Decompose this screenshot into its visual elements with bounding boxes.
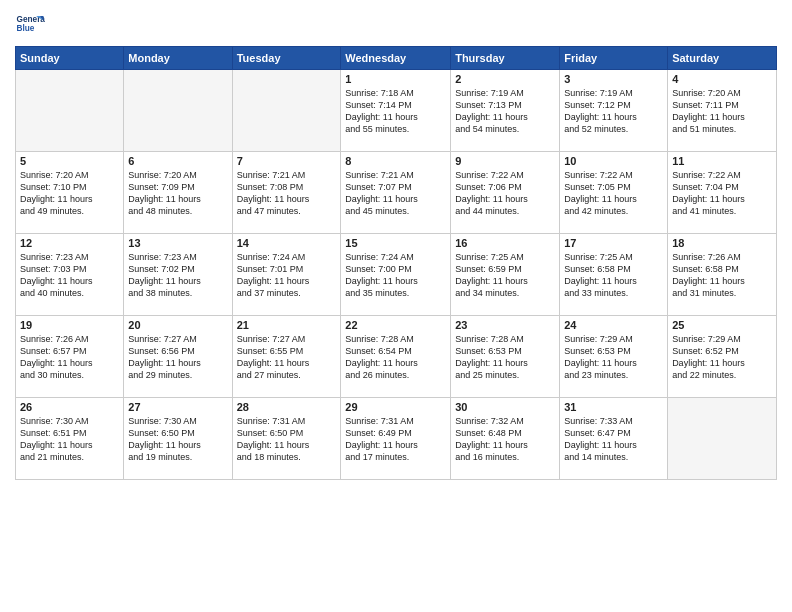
day-number: 23 bbox=[455, 319, 555, 331]
header: General Blue bbox=[15, 10, 777, 40]
calendar-cell: 28Sunrise: 7:31 AM Sunset: 6:50 PM Dayli… bbox=[232, 398, 341, 480]
day-number: 12 bbox=[20, 237, 119, 249]
day-info: Sunrise: 7:18 AM Sunset: 7:14 PM Dayligh… bbox=[345, 87, 446, 136]
day-info: Sunrise: 7:30 AM Sunset: 6:50 PM Dayligh… bbox=[128, 415, 227, 464]
calendar-cell: 18Sunrise: 7:26 AM Sunset: 6:58 PM Dayli… bbox=[668, 234, 777, 316]
weekday-header: Tuesday bbox=[232, 47, 341, 70]
calendar-cell: 31Sunrise: 7:33 AM Sunset: 6:47 PM Dayli… bbox=[560, 398, 668, 480]
day-info: Sunrise: 7:31 AM Sunset: 6:49 PM Dayligh… bbox=[345, 415, 446, 464]
day-info: Sunrise: 7:28 AM Sunset: 6:53 PM Dayligh… bbox=[455, 333, 555, 382]
day-info: Sunrise: 7:19 AM Sunset: 7:13 PM Dayligh… bbox=[455, 87, 555, 136]
day-number: 29 bbox=[345, 401, 446, 413]
day-info: Sunrise: 7:29 AM Sunset: 6:53 PM Dayligh… bbox=[564, 333, 663, 382]
calendar-cell: 19Sunrise: 7:26 AM Sunset: 6:57 PM Dayli… bbox=[16, 316, 124, 398]
day-number: 11 bbox=[672, 155, 772, 167]
day-info: Sunrise: 7:23 AM Sunset: 7:03 PM Dayligh… bbox=[20, 251, 119, 300]
day-number: 7 bbox=[237, 155, 337, 167]
day-info: Sunrise: 7:24 AM Sunset: 7:01 PM Dayligh… bbox=[237, 251, 337, 300]
day-number: 14 bbox=[237, 237, 337, 249]
calendar-cell bbox=[668, 398, 777, 480]
calendar-cell: 3Sunrise: 7:19 AM Sunset: 7:12 PM Daylig… bbox=[560, 70, 668, 152]
day-info: Sunrise: 7:21 AM Sunset: 7:08 PM Dayligh… bbox=[237, 169, 337, 218]
day-info: Sunrise: 7:33 AM Sunset: 6:47 PM Dayligh… bbox=[564, 415, 663, 464]
calendar-cell: 30Sunrise: 7:32 AM Sunset: 6:48 PM Dayli… bbox=[451, 398, 560, 480]
logo: General Blue bbox=[15, 10, 45, 40]
calendar-cell: 2Sunrise: 7:19 AM Sunset: 7:13 PM Daylig… bbox=[451, 70, 560, 152]
calendar-cell: 23Sunrise: 7:28 AM Sunset: 6:53 PM Dayli… bbox=[451, 316, 560, 398]
day-info: Sunrise: 7:26 AM Sunset: 6:58 PM Dayligh… bbox=[672, 251, 772, 300]
day-info: Sunrise: 7:29 AM Sunset: 6:52 PM Dayligh… bbox=[672, 333, 772, 382]
calendar-cell bbox=[124, 70, 232, 152]
weekday-header: Wednesday bbox=[341, 47, 451, 70]
calendar-cell: 7Sunrise: 7:21 AM Sunset: 7:08 PM Daylig… bbox=[232, 152, 341, 234]
calendar-cell bbox=[232, 70, 341, 152]
calendar-cell: 6Sunrise: 7:20 AM Sunset: 7:09 PM Daylig… bbox=[124, 152, 232, 234]
day-number: 5 bbox=[20, 155, 119, 167]
day-info: Sunrise: 7:25 AM Sunset: 6:59 PM Dayligh… bbox=[455, 251, 555, 300]
day-number: 17 bbox=[564, 237, 663, 249]
calendar-cell: 26Sunrise: 7:30 AM Sunset: 6:51 PM Dayli… bbox=[16, 398, 124, 480]
day-number: 27 bbox=[128, 401, 227, 413]
calendar-cell: 1Sunrise: 7:18 AM Sunset: 7:14 PM Daylig… bbox=[341, 70, 451, 152]
day-number: 28 bbox=[237, 401, 337, 413]
day-info: Sunrise: 7:22 AM Sunset: 7:06 PM Dayligh… bbox=[455, 169, 555, 218]
day-info: Sunrise: 7:25 AM Sunset: 6:58 PM Dayligh… bbox=[564, 251, 663, 300]
day-info: Sunrise: 7:31 AM Sunset: 6:50 PM Dayligh… bbox=[237, 415, 337, 464]
day-number: 30 bbox=[455, 401, 555, 413]
logo-icon: General Blue bbox=[15, 10, 45, 40]
day-number: 21 bbox=[237, 319, 337, 331]
day-number: 1 bbox=[345, 73, 446, 85]
day-number: 26 bbox=[20, 401, 119, 413]
day-info: Sunrise: 7:24 AM Sunset: 7:00 PM Dayligh… bbox=[345, 251, 446, 300]
day-number: 31 bbox=[564, 401, 663, 413]
calendar-cell: 14Sunrise: 7:24 AM Sunset: 7:01 PM Dayli… bbox=[232, 234, 341, 316]
calendar-cell: 17Sunrise: 7:25 AM Sunset: 6:58 PM Dayli… bbox=[560, 234, 668, 316]
calendar-cell: 9Sunrise: 7:22 AM Sunset: 7:06 PM Daylig… bbox=[451, 152, 560, 234]
day-info: Sunrise: 7:20 AM Sunset: 7:09 PM Dayligh… bbox=[128, 169, 227, 218]
calendar-cell: 25Sunrise: 7:29 AM Sunset: 6:52 PM Dayli… bbox=[668, 316, 777, 398]
calendar-cell: 10Sunrise: 7:22 AM Sunset: 7:05 PM Dayli… bbox=[560, 152, 668, 234]
svg-text:Blue: Blue bbox=[17, 24, 35, 33]
day-info: Sunrise: 7:20 AM Sunset: 7:11 PM Dayligh… bbox=[672, 87, 772, 136]
day-info: Sunrise: 7:27 AM Sunset: 6:55 PM Dayligh… bbox=[237, 333, 337, 382]
day-info: Sunrise: 7:27 AM Sunset: 6:56 PM Dayligh… bbox=[128, 333, 227, 382]
weekday-header: Friday bbox=[560, 47, 668, 70]
calendar-cell: 29Sunrise: 7:31 AM Sunset: 6:49 PM Dayli… bbox=[341, 398, 451, 480]
day-info: Sunrise: 7:23 AM Sunset: 7:02 PM Dayligh… bbox=[128, 251, 227, 300]
day-info: Sunrise: 7:32 AM Sunset: 6:48 PM Dayligh… bbox=[455, 415, 555, 464]
page-container: General Blue SundayMondayTuesdayWednesda… bbox=[0, 0, 792, 485]
day-number: 9 bbox=[455, 155, 555, 167]
day-number: 18 bbox=[672, 237, 772, 249]
calendar-cell: 27Sunrise: 7:30 AM Sunset: 6:50 PM Dayli… bbox=[124, 398, 232, 480]
day-info: Sunrise: 7:21 AM Sunset: 7:07 PM Dayligh… bbox=[345, 169, 446, 218]
day-number: 13 bbox=[128, 237, 227, 249]
calendar-cell: 16Sunrise: 7:25 AM Sunset: 6:59 PM Dayli… bbox=[451, 234, 560, 316]
day-number: 8 bbox=[345, 155, 446, 167]
day-number: 24 bbox=[564, 319, 663, 331]
calendar-cell: 12Sunrise: 7:23 AM Sunset: 7:03 PM Dayli… bbox=[16, 234, 124, 316]
day-number: 22 bbox=[345, 319, 446, 331]
day-number: 6 bbox=[128, 155, 227, 167]
calendar-cell: 15Sunrise: 7:24 AM Sunset: 7:00 PM Dayli… bbox=[341, 234, 451, 316]
day-info: Sunrise: 7:22 AM Sunset: 7:05 PM Dayligh… bbox=[564, 169, 663, 218]
calendar-cell: 4Sunrise: 7:20 AM Sunset: 7:11 PM Daylig… bbox=[668, 70, 777, 152]
day-number: 25 bbox=[672, 319, 772, 331]
day-number: 15 bbox=[345, 237, 446, 249]
calendar-cell: 8Sunrise: 7:21 AM Sunset: 7:07 PM Daylig… bbox=[341, 152, 451, 234]
weekday-header: Monday bbox=[124, 47, 232, 70]
day-number: 19 bbox=[20, 319, 119, 331]
day-number: 10 bbox=[564, 155, 663, 167]
calendar-cell: 13Sunrise: 7:23 AM Sunset: 7:02 PM Dayli… bbox=[124, 234, 232, 316]
day-number: 2 bbox=[455, 73, 555, 85]
day-number: 20 bbox=[128, 319, 227, 331]
day-number: 4 bbox=[672, 73, 772, 85]
day-info: Sunrise: 7:26 AM Sunset: 6:57 PM Dayligh… bbox=[20, 333, 119, 382]
day-info: Sunrise: 7:22 AM Sunset: 7:04 PM Dayligh… bbox=[672, 169, 772, 218]
calendar-cell bbox=[16, 70, 124, 152]
day-info: Sunrise: 7:20 AM Sunset: 7:10 PM Dayligh… bbox=[20, 169, 119, 218]
day-info: Sunrise: 7:30 AM Sunset: 6:51 PM Dayligh… bbox=[20, 415, 119, 464]
calendar-cell: 5Sunrise: 7:20 AM Sunset: 7:10 PM Daylig… bbox=[16, 152, 124, 234]
calendar-cell: 24Sunrise: 7:29 AM Sunset: 6:53 PM Dayli… bbox=[560, 316, 668, 398]
calendar-cell: 22Sunrise: 7:28 AM Sunset: 6:54 PM Dayli… bbox=[341, 316, 451, 398]
day-number: 3 bbox=[564, 73, 663, 85]
